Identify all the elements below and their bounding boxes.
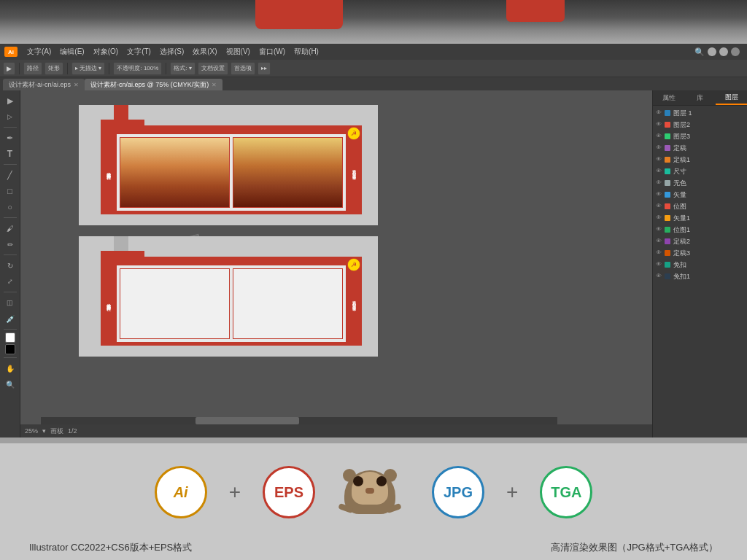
layer-row[interactable]: 👁 定稿1 <box>654 154 746 166</box>
rect-tool[interactable]: □ <box>3 184 18 198</box>
type-tool[interactable]: T <box>3 147 18 161</box>
tab-2-close[interactable]: ✕ <box>212 82 217 88</box>
layer-row[interactable]: 👁 位图1 <box>654 224 746 236</box>
tool-sep-1 <box>4 127 17 128</box>
plus-sign-1: + <box>229 481 241 504</box>
layer-visibility-icon[interactable]: 👁 <box>656 109 663 117</box>
prefs-btn[interactable]: 首选项 <box>231 62 255 75</box>
rpanel-tab-library[interactable]: 库 <box>684 90 716 105</box>
h-scrollbar-thumb[interactable] <box>196 417 299 424</box>
toolbar-separator-2 <box>67 63 68 74</box>
tool-select[interactable]: ▶ <box>3 62 15 75</box>
select-tool[interactable]: ▶ <box>3 93 18 108</box>
doc-settings-btn[interactable]: 文档设置 <box>198 62 228 75</box>
scale-tool[interactable]: ⤢ <box>3 274 18 289</box>
ai-badge-label: Ai <box>174 484 188 501</box>
canvas-area[interactable]: 觉图网 觉图网 觉图网 党建宣传栏 <box>20 90 652 438</box>
board1-left-text: 党建宣传栏 <box>105 168 112 172</box>
menu-text[interactable]: 文字(T) <box>123 46 155 58</box>
layer-name-label: 定稿2 <box>673 237 744 246</box>
layer-row[interactable]: 👁 图层2 <box>654 119 746 131</box>
layer-visibility-icon[interactable]: 👁 <box>656 214 663 222</box>
menu-select[interactable]: 选择(S) <box>156 46 187 58</box>
gradient-tool[interactable]: ◫ <box>3 295 18 310</box>
tool-sep-5 <box>4 292 17 292</box>
layer-row[interactable]: 👁 图层3 <box>654 131 746 142</box>
opacity-input[interactable]: 不透明度: 100% <box>113 62 162 75</box>
tool-sep-7 <box>4 357 17 358</box>
zoom-tool[interactable]: 🔍 <box>3 377 18 392</box>
layer-name-label: 位图1 <box>673 225 744 235</box>
rpanel-tab-properties[interactable]: 属性 <box>653 90 684 105</box>
menu-effect[interactable]: 效果(X) <box>189 46 220 58</box>
sloth-eye-right <box>376 476 387 486</box>
layer-visibility-icon[interactable]: 👁 <box>656 156 663 163</box>
layer-visibility-icon[interactable]: 👁 <box>656 179 663 187</box>
tool-path[interactable]: 路径 <box>23 62 42 75</box>
layer-row[interactable]: 👁 定稿2 <box>654 236 746 247</box>
layer-visibility-icon[interactable]: 👁 <box>656 261 663 268</box>
panel-btn[interactable]: ▸▸ <box>258 62 271 75</box>
minimize-button[interactable] <box>708 47 716 56</box>
stroke-color[interactable] <box>5 344 15 354</box>
format-select[interactable]: 格式: ▾ <box>170 62 195 75</box>
direct-select-tool[interactable]: ▷ <box>3 109 18 124</box>
tab-1[interactable]: 设计素材-ai-cn/ai.eps ✕ <box>3 79 85 90</box>
horizontal-scrollbar[interactable] <box>41 417 557 424</box>
ellipse-tool[interactable]: ○ <box>3 200 18 214</box>
pen-tool[interactable]: ✒ <box>3 131 18 145</box>
pencil-tool[interactable]: ✏ <box>3 237 18 252</box>
layer-row[interactable]: 👁 矢量 <box>654 189 746 201</box>
stroke-selector[interactable]: ▸ 无描边 ▾ <box>71 62 105 75</box>
board2-emblem: ☭ <box>347 258 360 271</box>
maximize-button[interactable] <box>719 47 728 56</box>
right-format-label: 高清渲染效果图（JPG格式+TGA格式） <box>551 541 718 554</box>
eyedropper-tool[interactable]: 💉 <box>3 311 18 326</box>
fill-color[interactable] <box>5 332 15 343</box>
layer-row[interactable]: 👁 矢量1 <box>654 212 746 224</box>
layer-row[interactable]: 👁 免扣 <box>654 259 746 271</box>
layer-row[interactable]: 👁 尺寸 <box>654 166 746 177</box>
layer-visibility-icon[interactable]: 👁 <box>656 121 663 128</box>
layer-visibility-icon[interactable]: 👁 <box>656 203 663 210</box>
tools-panel: ▶ ▷ ✒ T ╱ □ ○ 🖌 ✏ ↻ ⤢ ◫ 💉 ✋ 🔍 <box>0 90 20 438</box>
close-button[interactable] <box>731 47 740 56</box>
menu-edit[interactable]: 编辑(E) <box>56 46 88 58</box>
line-tool[interactable]: ╱ <box>3 168 18 182</box>
bulletin-board-1: 党建宣传栏 不忘初心 牢记使命 <box>79 105 378 225</box>
layer-visibility-icon[interactable]: 👁 <box>656 133 663 140</box>
title-bar: Ai 文字(A) 编辑(E) 对象(O) 文字(T) 选择(S) 效果(X) 视… <box>0 44 747 60</box>
tab-2[interactable]: 设计素材-cn/ai.eps @ 75% (CMYK/实面) ✕ <box>85 79 222 90</box>
layer-row[interactable]: 👁 位图 <box>654 201 746 212</box>
board2-panel-left <box>120 268 230 339</box>
bottom-divider-strip <box>0 438 747 443</box>
layer-row[interactable]: 👁 定稿3 <box>654 247 746 259</box>
menu-object[interactable]: 对象(O) <box>90 46 122 58</box>
layer-row[interactable]: 👁 免扣1 <box>654 271 746 282</box>
menu-window[interactable]: 窗口(W) <box>255 46 289 58</box>
hand-tool[interactable]: ✋ <box>3 361 18 376</box>
tool-rect[interactable]: 矩形 <box>44 62 63 75</box>
main-workspace: ▶ ▷ ✒ T ╱ □ ○ 🖌 ✏ ↻ ⤢ ◫ 💉 ✋ 🔍 <box>0 90 747 438</box>
menu-wenzi[interactable]: 文字(A) <box>23 46 55 58</box>
tab-1-close[interactable]: ✕ <box>74 82 79 88</box>
layer-row[interactable]: 👁 无色 <box>654 177 746 189</box>
title-menu: 文字(A) 编辑(E) 对象(O) 文字(T) 选择(S) 效果(X) 视图(V… <box>23 46 689 58</box>
layer-visibility-icon[interactable]: 👁 <box>656 238 663 245</box>
layer-visibility-icon[interactable]: 👁 <box>656 191 663 198</box>
menu-help[interactable]: 帮助(H) <box>290 46 322 58</box>
search-icon[interactable]: 🔍 <box>694 47 705 57</box>
rpanel-tab-layers[interactable]: 图层 <box>716 90 747 105</box>
layer-visibility-icon[interactable]: 👁 <box>656 226 663 233</box>
layer-color-swatch <box>665 122 670 128</box>
main-toolbar: ▶ 路径 矩形 ▸ 无描边 ▾ 不透明度: 100% 格式: ▾ 文档设置 首选… <box>0 60 747 77</box>
layer-row[interactable]: 👁 图层 1 <box>654 107 746 119</box>
rotate-tool[interactable]: ↻ <box>3 258 18 273</box>
paintbrush-tool[interactable]: 🖌 <box>3 221 18 236</box>
layer-row[interactable]: 👁 定稿 <box>654 142 746 154</box>
layer-visibility-icon[interactable]: 👁 <box>656 168 663 175</box>
layer-visibility-icon[interactable]: 👁 <box>656 273 663 280</box>
menu-view[interactable]: 视图(V) <box>222 46 254 58</box>
layer-visibility-icon[interactable]: 👁 <box>656 249 663 257</box>
layer-visibility-icon[interactable]: 👁 <box>656 144 663 152</box>
